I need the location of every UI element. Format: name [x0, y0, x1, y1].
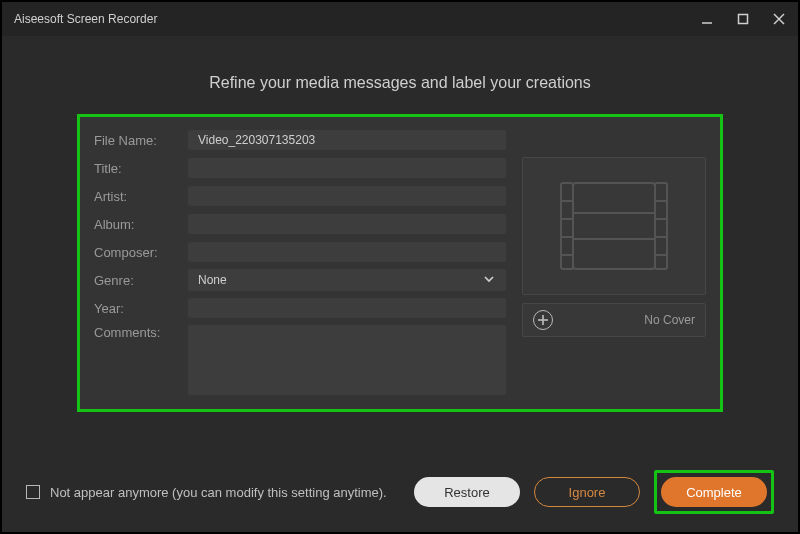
ignore-button[interactable]: Ignore [534, 477, 640, 507]
label-album: Album: [94, 217, 176, 232]
checkbox-box[interactable] [26, 485, 40, 499]
label-composer: Composer: [94, 245, 176, 260]
maximize-icon [736, 12, 750, 26]
cover-preview [522, 157, 706, 295]
label-year: Year: [94, 301, 176, 316]
app-title: Aiseesoft Screen Recorder [14, 12, 700, 26]
genre-select[interactable]: None [188, 269, 506, 291]
artist-input[interactable] [188, 186, 506, 206]
cover-column: No Cover [522, 129, 706, 395]
row-artist: Artist: [94, 185, 506, 207]
label-genre: Genre: [94, 273, 176, 288]
restore-button[interactable]: Restore [414, 477, 520, 507]
not-appear-checkbox[interactable]: Not appear anymore (you can modify this … [26, 485, 400, 500]
plus-icon [537, 314, 549, 326]
page-heading: Refine your media messages and label you… [209, 74, 591, 92]
complete-button[interactable]: Complete [661, 477, 767, 507]
titlebar: Aiseesoft Screen Recorder [2, 2, 798, 36]
label-artist: Artist: [94, 189, 176, 204]
row-title: Title: [94, 157, 506, 179]
maximize-button[interactable] [736, 12, 750, 26]
no-cover-label: No Cover [644, 313, 695, 327]
minimize-button[interactable] [700, 12, 714, 26]
year-input[interactable] [188, 298, 506, 318]
row-comments: Comments: [94, 325, 506, 395]
complete-highlight: Complete [654, 470, 774, 514]
window-controls [700, 12, 786, 26]
genre-value: None [198, 273, 227, 287]
row-year: Year: [94, 297, 506, 319]
close-icon [772, 12, 786, 26]
main-area: Refine your media messages and label you… [2, 36, 798, 532]
chevron-down-icon [482, 272, 496, 289]
svg-rect-4 [573, 183, 655, 269]
checkbox-label: Not appear anymore (you can modify this … [50, 485, 387, 500]
title-input[interactable] [188, 158, 506, 178]
form-column: File Name: Video_220307135203 Title: Art… [94, 129, 506, 395]
album-input[interactable] [188, 214, 506, 234]
row-genre: Genre: None [94, 269, 506, 291]
comments-input[interactable] [188, 325, 506, 395]
svg-rect-1 [739, 15, 748, 24]
minimize-icon [700, 12, 714, 26]
footer: Not appear anymore (you can modify this … [2, 470, 798, 514]
label-file-name: File Name: [94, 133, 176, 148]
cover-toolbar: No Cover [522, 303, 706, 337]
label-comments: Comments: [94, 325, 176, 340]
file-name-input[interactable]: Video_220307135203 [188, 130, 506, 150]
film-strip-icon [559, 177, 669, 275]
add-cover-button[interactable] [533, 310, 553, 330]
label-title: Title: [94, 161, 176, 176]
svg-rect-6 [655, 183, 667, 269]
row-album: Album: [94, 213, 506, 235]
row-file-name: File Name: Video_220307135203 [94, 129, 506, 151]
close-button[interactable] [772, 12, 786, 26]
app-window: Aiseesoft Screen Recorder Refine your me… [0, 0, 800, 534]
metadata-panel: File Name: Video_220307135203 Title: Art… [77, 114, 723, 412]
composer-input[interactable] [188, 242, 506, 262]
svg-rect-5 [561, 183, 573, 269]
row-composer: Composer: [94, 241, 506, 263]
